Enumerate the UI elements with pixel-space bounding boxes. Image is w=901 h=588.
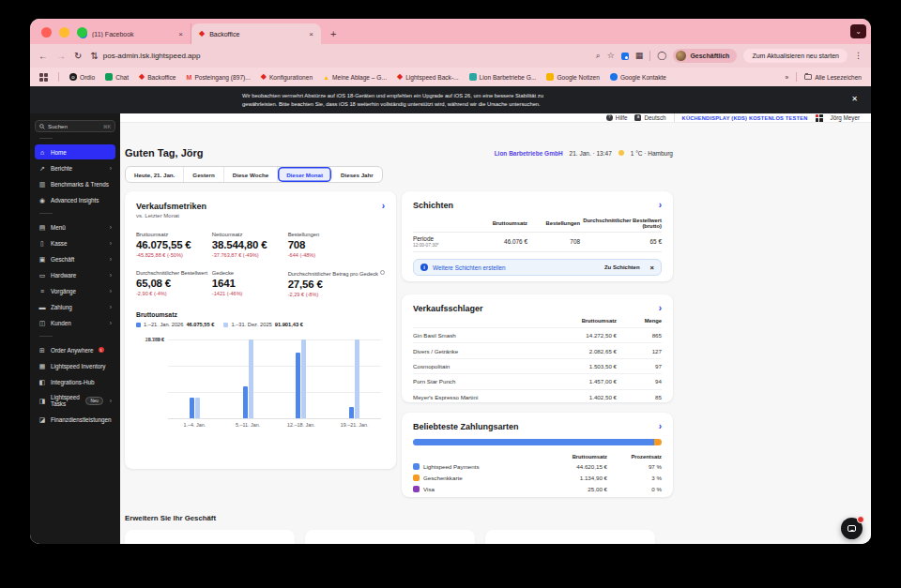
sidebar-item-order-anywhere[interactable]: ⊞ Order Anywhere 1 [35,342,115,357]
card-title: Schichten [413,201,453,210]
bookmark-lion-barbetriebe[interactable]: Lion Barbetriebe G... [469,73,537,81]
back-icon[interactable]: ← [38,52,48,61]
bookmark-lightspeed-back[interactable]: ◆Lightspeed Back-... [397,73,459,81]
gmail-icon: M [187,74,192,81]
filter-this-year[interactable]: Dieses Jahr [332,167,382,182]
shifts-table-header: Bruttoumsatz Bestellungen Durchschnittli… [413,210,662,233]
extension-icon[interactable]: ◯ [657,52,666,60]
divider [39,336,53,337]
sidebar-item-kunden[interactable]: ◫ Kunden › [35,315,115,330]
store-icon: ▣ [38,256,46,263]
close-tab-icon[interactable]: × [178,30,183,38]
open-shifts-chevron[interactable]: › [659,201,662,210]
customers-icon: ◫ [38,320,46,326]
close-window-button[interactable] [41,27,52,38]
password-manager-icon[interactable] [621,53,629,60]
forward-icon[interactable]: → [56,52,66,61]
page-title: Guten Tag, Jörg [125,147,204,158]
create-shifts-link[interactable]: Weitere Schichten erstellen [433,264,506,271]
info-icon[interactable] [380,270,385,275]
notification-badge: 1 [99,347,104,353]
growth-card-stub[interactable] [125,530,295,544]
bookmark-google-notizen[interactable]: Google Notizen [546,73,599,81]
user-menu[interactable]: Jörg Meyer [831,114,861,121]
growth-card-stub[interactable] [305,530,475,544]
tab-backoffice[interactable]: ◆ Backoffice × [191,23,321,44]
profile-chip[interactable]: Geschäftlich [673,49,737,63]
site-info-icon[interactable]: ⇅ [90,52,98,61]
table-row: Geschenkkarte 1.134,90 € 3 % [413,473,662,484]
zoom-icon[interactable]: ⌕ [596,52,601,60]
tab-overview-button[interactable]: ⌄ [850,24,866,38]
reload-icon[interactable]: ↻ [74,52,82,61]
sidebar-item-advanced-insights[interactable]: ◉ Advanced Insights [35,192,115,207]
go-to-shifts-button[interactable]: Zu Schichten [604,264,640,270]
bookmark-backoffice[interactable]: ◆Backoffice [139,73,176,81]
minimize-window-button[interactable] [59,27,69,38]
sidebar-item-menu[interactable]: ▤ Menü › [35,219,115,234]
zoom-window-button[interactable] [77,27,87,38]
filter-yesterday[interactable]: Gestern [184,167,223,182]
growth-card-stub[interactable] [485,530,655,544]
gross-sales-chart: Bruttoumsatz 1.–21. Jan. 2026 46.075,55 … [136,311,385,428]
all-bookmarks-button[interactable]: Alle Lesezeichen [804,74,862,81]
table-row: Porn Star Punch 1.457,00 € 94 [413,373,662,388]
apps-grid-icon[interactable] [39,73,48,82]
sidebar-item-geschaeft[interactable]: ▣ Geschäft › [35,251,115,266]
sidebar-item-integrations-hub[interactable]: ◧ Integrations-Hub [35,374,115,389]
bookmark-gmail[interactable]: MPosteingang (897)... [187,74,251,81]
close-icon[interactable]: × [650,264,654,272]
sidebar-item-berichte[interactable]: ↗ Berichte › [35,160,115,175]
chevron-right-icon: › [110,288,112,294]
bookmark-google-kontakte[interactable]: Google Kontakte [610,73,666,81]
language-button[interactable]: a Deutsch [634,114,665,121]
browser-menu-icon[interactable]: ⋮ [854,52,863,60]
sidebar-item-lightspeed-tasks[interactable]: ◨ Lightspeed Tasks Neu › [35,390,115,411]
payment-distribution-bar [413,439,662,445]
filter-this-week[interactable]: Diese Woche [224,167,278,182]
notification-badge [857,516,864,523]
bookmark-chat[interactable]: Chat [105,73,129,81]
ios-notice-banner: Wir beobachten vermehrt Abstürze auf iOS… [30,86,871,113]
close-banner-icon[interactable]: ✕ [851,95,858,103]
company-link[interactable]: Lion Barbetriebe GmbH [495,150,563,157]
open-top-sellers-chevron[interactable]: › [659,304,662,313]
extensions-puzzle-icon[interactable]: ▦ [635,52,644,60]
sidebar-item-vorgaenge[interactable]: ≡ Vorgänge › [35,283,115,298]
sidebar-item-zahlung[interactable]: ▬ Zahlung › [35,299,115,314]
sidebar-item-hardware[interactable]: ▭ Hardware › [35,267,115,282]
open-sales-report-chevron[interactable]: › [382,202,385,211]
bookmark-drive[interactable]: ▲Meine Ablage – G... [323,74,387,81]
sidebar-item-benchmarks[interactable]: ▥ Benchmarks & Trends [35,176,115,191]
register-icon: ▯ [38,240,46,247]
bookmark-konfigurationen[interactable]: ◆Konfigurationen [261,73,313,81]
bookmark-star-icon[interactable]: ☆ [607,52,615,60]
filter-today[interactable]: Heute, 21. Jan. [126,167,184,182]
sales-metrics-card: Verkaufsmetriken vs. Letzter Monat › Bru… [125,191,396,469]
address-bar[interactable]: ⇅ pos-admin.lsk.lightspeed.app [90,52,587,61]
bookmark-ordio[interactable]: oOrdio [69,73,95,81]
payment-types-card: Beliebteste Zahlungsarten › Bruttoumsatz… [402,413,673,497]
bookmarks-overflow-chevron[interactable]: » [785,74,788,81]
search-input[interactable]: Suchen ⌘K [35,120,115,132]
support-chat-button[interactable] [841,518,863,539]
sidebar-item-kasse[interactable]: ▯ Kasse › [35,235,115,250]
tab-facebook[interactable]: f (11) Facebook × [71,23,191,44]
app-switcher-icon[interactable] [816,114,823,122]
sidebar-item-home[interactable]: ⌂ Home [35,144,115,159]
kds-trial-link[interactable]: KÜCHENDISPLAY (KDS) KOSTENLOS TESTEN [682,115,808,121]
filter-this-month[interactable]: Dieser Monat [278,167,332,182]
metric-orders: Bestellungen 708 -644 (-48%) [288,232,385,258]
sidebar-item-finanzdienstleistungen[interactable]: ◪ Finanzdienstleistungen [35,412,115,427]
google-chat-icon [105,73,113,81]
open-payments-chevron[interactable]: › [659,422,662,431]
help-button[interactable]: ? Hilfe [606,114,628,121]
restart-to-update-button[interactable]: Zum Aktualisieren neu starten [743,49,848,63]
home-icon: ⌂ [38,149,46,156]
bar-group [328,339,381,418]
close-tab-icon[interactable]: × [309,30,313,38]
new-tab-button[interactable]: + [330,28,336,39]
divider [39,213,53,214]
sidebar-item-lightspeed-inventory[interactable]: ▦ Lightspeed Inventory [35,358,115,373]
language-icon: a [634,114,641,121]
